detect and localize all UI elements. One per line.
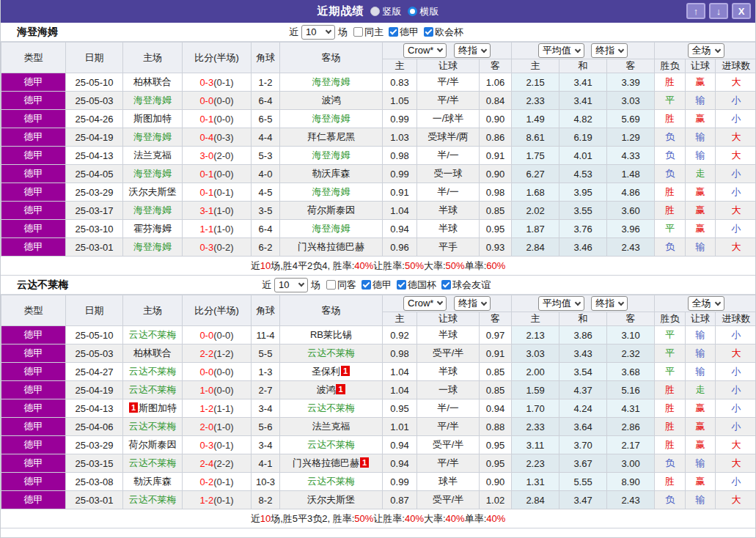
date-cell: 25-04-06: [66, 418, 123, 436]
unit-label: 场: [338, 26, 348, 39]
odds-away-cell: 0.97: [480, 326, 512, 344]
avg-away-cell: 3.60: [607, 202, 655, 220]
home-team-cell: 云达不莱梅: [123, 418, 183, 436]
handicap-cell: 半/一: [417, 147, 480, 165]
checkbox-label[interactable]: 同客: [337, 279, 356, 292]
handicap-result-cell: 输: [686, 454, 716, 473]
odds-home-cell: 0.98: [383, 344, 417, 363]
avg-away-cell: 4.31: [607, 399, 655, 418]
checkbox-checked-icon[interactable]: [362, 280, 371, 290]
move-down-button[interactable]: ↓: [709, 3, 728, 19]
summary-text: 场,胜5平3负2, 胜率:: [271, 512, 354, 526]
filter-bar: 近 10 场 同客德甲德国杯球会友谊: [262, 278, 494, 292]
radio-icon-vertical[interactable]: [370, 7, 380, 16]
avg-home-cell: 1.49: [512, 110, 559, 128]
date-cell: 25-03-29: [66, 183, 123, 202]
score-cell: 2-2(1-2): [183, 344, 252, 363]
checkbox-label[interactable]: 德甲: [373, 279, 392, 292]
bookmaker-select[interactable]: Crow*: [403, 296, 447, 311]
corner-cell: 1-2: [252, 73, 280, 92]
checkbox-checked-icon[interactable]: [397, 280, 406, 290]
col-header-outcome: 胜负: [655, 312, 686, 326]
checkbox-unchecked-icon[interactable]: [326, 280, 336, 290]
home-team-cell: 柏林联合: [123, 344, 183, 363]
chevron-down-icon: [326, 28, 331, 34]
away-team-cell: 法兰克福: [280, 418, 383, 436]
avg-home-cell: 3.03: [512, 344, 559, 363]
away-team-cell: 波鸿1: [280, 381, 383, 399]
summary-text: 40%: [446, 513, 465, 524]
radio-label-vertical[interactable]: 竖版: [383, 5, 402, 18]
avg-home-cell: 1.68: [512, 183, 559, 202]
checkbox-checked-icon[interactable]: [441, 280, 451, 290]
move-up-button[interactable]: ↑: [686, 3, 705, 19]
layout-radio-vertical[interactable]: 竖版: [370, 5, 402, 18]
recent-label: 近: [262, 279, 271, 292]
average-select[interactable]: 平均值: [538, 43, 584, 58]
odds-away-cell: 0.93: [480, 238, 512, 257]
handicap-cell: 受平/半: [417, 344, 480, 363]
checkbox-label[interactable]: 欧会杯: [435, 26, 463, 39]
odds-stage-select-2[interactable]: 终指: [591, 43, 628, 58]
handicap-result-cell: 赢: [686, 418, 716, 436]
layout-radio-horizontal[interactable]: 横版: [408, 5, 439, 18]
match-count-select[interactable]: 10: [301, 25, 335, 40]
col-header-date: 日期: [66, 43, 123, 73]
checkbox-label[interactable]: 同主: [364, 26, 383, 39]
odds-away-cell: 1.02: [480, 491, 512, 509]
col-header-type: 类型: [1, 295, 66, 326]
col-header-date: 日期: [66, 295, 123, 326]
avg-draw-cell: 5.55: [559, 473, 607, 491]
period-select[interactable]: 全场: [688, 43, 724, 58]
col-header-hcp-home: 主: [383, 312, 417, 326]
avg-home-cell: 1.87: [512, 220, 559, 238]
home-team-cell: 海登海姆: [123, 202, 183, 220]
odds-stage-select-2[interactable]: 终指: [591, 296, 628, 311]
date-cell: 25-03-29: [66, 436, 123, 454]
checkbox-label[interactable]: 球会友谊: [452, 279, 491, 292]
odds-away-cell: 0.86: [480, 128, 512, 147]
corner-cell: 5-3: [252, 147, 280, 165]
checkbox-checked-icon[interactable]: [389, 27, 398, 37]
handicap-cell: 半球: [417, 202, 480, 220]
handicap-result-cell: 赢: [686, 73, 716, 92]
period-select[interactable]: 全场: [688, 296, 724, 311]
away-team-cell: 荷尔斯泰因: [280, 202, 383, 220]
odds-stage-select-1[interactable]: 终指: [454, 296, 491, 311]
outcome-cell: 胜: [655, 381, 686, 399]
summary-text: 50%: [405, 260, 424, 271]
close-button[interactable]: X: [732, 3, 751, 19]
date-cell: 25-03-01: [66, 238, 123, 257]
match-row: 德甲 25-04-19 海登海姆 0-4(0-3) 4-4 拜仁慕尼黑 1.03…: [1, 128, 756, 147]
match-count-select[interactable]: 10: [274, 278, 308, 292]
recent-results-panel: 近期战绩 竖版 横版 ↑ ↓ X 海登海姆 近 10: [0, 0, 756, 538]
checkbox-checked-icon[interactable]: [424, 27, 433, 37]
col-header-avg-draw: 和: [559, 59, 607, 73]
radio-label-horizontal[interactable]: 横版: [420, 5, 439, 18]
radio-icon-horizontal[interactable]: [408, 7, 417, 16]
odds-away-cell: 0.91: [480, 147, 512, 165]
away-team-cell: 海登海姆: [280, 220, 383, 238]
average-select[interactable]: 平均值: [538, 296, 584, 311]
avg-away-cell: 1.29: [607, 128, 655, 147]
checkbox-unchecked-icon[interactable]: [353, 27, 363, 37]
date-cell: 25-04-26: [66, 110, 123, 128]
odds-away-cell: 0.90: [480, 110, 512, 128]
col-header-score: 比分(半场): [183, 295, 252, 326]
handicap-cell: 一/球半: [417, 110, 480, 128]
away-team-cell: 波鸿: [280, 92, 383, 110]
score-cell: 0-1(0-1): [183, 183, 252, 202]
checkbox-label[interactable]: 德国杯: [408, 279, 436, 292]
bookmaker-select[interactable]: Crow*: [403, 43, 447, 58]
avg-away-cell: 2.86: [607, 418, 655, 436]
odds-stage-select-1[interactable]: 终指: [454, 43, 491, 58]
col-header-hcp-away: 客: [480, 312, 512, 326]
score-cell: 0-1(0-0): [183, 165, 252, 183]
odds-home-cell: 0.99: [383, 110, 417, 128]
corner-cell: 8-2: [252, 491, 280, 509]
avg-draw-cell: 4.82: [559, 110, 607, 128]
away-team-cell: 海登海姆: [280, 110, 383, 128]
avg-draw-cell: 3.70: [559, 436, 607, 454]
checkbox-label[interactable]: 德甲: [400, 26, 419, 39]
close-icon: X: [738, 6, 745, 17]
